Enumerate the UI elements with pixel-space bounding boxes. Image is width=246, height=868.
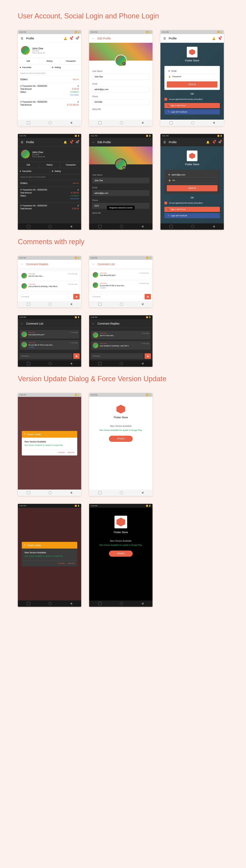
avatar[interactable] bbox=[21, 150, 30, 158]
policy-row[interactable]: Are you agreement this privacy and polic… bbox=[164, 98, 220, 101]
bell-icon[interactable]: 🔔 bbox=[63, 141, 67, 144]
bookmark-icon[interactable]: 🔖 bbox=[212, 141, 215, 144]
app-bar: ☰ Profile 🔔 🔖 🛍 bbox=[18, 34, 81, 43]
replies-link[interactable]: 2 replies bbox=[100, 287, 137, 289]
nav-back[interactable] bbox=[70, 122, 72, 124]
cancel-button[interactable]: CANCEL bbox=[58, 562, 65, 564]
username-field[interactable]: John Doe bbox=[92, 178, 149, 183]
app-bar: ☰ Profile 🔔🔖 bbox=[160, 34, 224, 43]
username-label: User Name bbox=[92, 70, 149, 72]
order-item-2[interactable]: ⟳ Transaction No : 202002253⎘ Total Amou… bbox=[18, 99, 81, 109]
comment-input[interactable]: Comment bbox=[91, 294, 144, 300]
comment-input[interactable]: Comment bbox=[91, 353, 144, 359]
username-field[interactable]: John Doe bbox=[92, 74, 149, 80]
force-update-button[interactable]: UPDATE bbox=[109, 551, 133, 557]
cancel-button[interactable]: CANCEL bbox=[58, 452, 65, 454]
back-icon[interactable]: ← bbox=[20, 322, 24, 326]
tab-edit[interactable]: Edit bbox=[18, 58, 39, 64]
orders-label: Orders bbox=[20, 78, 28, 81]
favourites-button[interactable]: ♥ Favourites bbox=[18, 168, 50, 174]
pencil-icon[interactable]: ✎ bbox=[122, 62, 126, 66]
nav-home[interactable] bbox=[49, 121, 52, 124]
avatar-edit[interactable]: ✎ bbox=[115, 158, 127, 170]
tab-transaction[interactable]: Transaction bbox=[60, 162, 81, 168]
user-id: 2472349 bbox=[32, 50, 45, 52]
view-all-link[interactable]: View All bbox=[73, 182, 79, 184]
cart-icon[interactable]: 🛍 bbox=[75, 37, 79, 40]
nav-recent[interactable] bbox=[27, 121, 30, 124]
avatar[interactable] bbox=[21, 46, 30, 55]
password-input[interactable]: 🔒 •••• bbox=[167, 178, 217, 183]
send-button[interactable]: ➤ bbox=[145, 353, 151, 359]
menu-icon[interactable]: ☰ bbox=[20, 37, 24, 40]
copy-icon[interactable]: ⎘ bbox=[78, 205, 79, 207]
policy-checkbox[interactable] bbox=[164, 202, 167, 205]
bookmark-icon[interactable]: 🔖 bbox=[69, 141, 73, 144]
status-bar: 5:02 PM📶 🔋 bbox=[18, 30, 81, 34]
send-button[interactable]: ➤ bbox=[73, 294, 80, 300]
signin-button[interactable]: SIGN IN bbox=[167, 185, 217, 191]
phone-label: Phone bbox=[92, 95, 149, 98]
menu-icon[interactable]: ☰ bbox=[20, 141, 24, 144]
back-icon[interactable]: ← bbox=[20, 262, 24, 266]
update-button[interactable]: UPDATE bbox=[67, 452, 74, 454]
bell-icon[interactable]: 🔔 bbox=[206, 141, 210, 144]
view-all-link[interactable]: View All bbox=[73, 79, 79, 81]
back-icon[interactable]: ← bbox=[92, 37, 95, 40]
bell-icon[interactable]: 🔔 bbox=[212, 37, 215, 40]
tab-edit[interactable]: Edit bbox=[18, 162, 39, 168]
bookmark-icon[interactable]: 🔖 bbox=[69, 37, 73, 40]
email-field[interactable]: admin@ps.com bbox=[92, 190, 149, 196]
menu-icon[interactable]: ☰ bbox=[163, 141, 166, 144]
bell-icon[interactable]: 🔔 bbox=[63, 37, 67, 40]
view-detail-link[interactable]: View Detail bbox=[70, 198, 79, 199]
send-button[interactable]: ➤ bbox=[145, 294, 151, 300]
comment-item: John Doehow about this pen?1 hour ago bbox=[20, 330, 79, 339]
back-icon[interactable]: ← bbox=[92, 262, 95, 266]
signin-button[interactable]: SIGN IN bbox=[167, 82, 217, 88]
replies-link[interactable]: 2 replies bbox=[29, 346, 68, 348]
force-update-button[interactable]: UPDATE bbox=[109, 436, 133, 442]
copy-icon[interactable]: ⎘ bbox=[78, 85, 79, 87]
phone-field[interactable]: 2472349 bbox=[92, 99, 149, 105]
phone-login-button[interactable]: 📞Sign in with Phone bbox=[164, 207, 220, 212]
edit-profile-light: 5:01 PM📶 🔋 ← Edit Profile ✎ User Name Jo… bbox=[89, 30, 153, 126]
settings-button[interactable]: ⚙ Setting bbox=[50, 168, 82, 174]
store-name: Flutter Store bbox=[114, 531, 128, 534]
order-item[interactable]: ⟳ Transaction No : 202002252⎘ Total Amou… bbox=[18, 203, 81, 213]
facebook-login-button[interactable]: fLogin with Facebook bbox=[164, 213, 220, 218]
order-item[interactable]: ⟳ Transaction No : 202002253⎘ Total Amou… bbox=[18, 187, 81, 203]
toast: Ringtones restored to normal bbox=[107, 206, 135, 210]
phone-login-button[interactable]: 📞Sign in with Phone bbox=[164, 103, 220, 108]
order-item-1[interactable]: ⟳ Transaction No : 202002252⎘ Total Amou… bbox=[18, 83, 81, 99]
copy-icon[interactable]: ⎘ bbox=[78, 101, 79, 103]
bookmark-icon[interactable]: 🔖 bbox=[218, 37, 221, 40]
comment-input[interactable]: Comment bbox=[20, 353, 72, 359]
pencil-icon[interactable]: ✎ bbox=[122, 166, 126, 169]
policy-checkbox[interactable] bbox=[164, 98, 167, 101]
email-input[interactable]: ✉ Email bbox=[167, 68, 217, 74]
tab-history[interactable]: History bbox=[39, 58, 60, 64]
back-icon[interactable]: ← bbox=[92, 141, 95, 144]
facebook-login-button[interactable]: fLogin with Facebook bbox=[164, 109, 220, 115]
favourites-button[interactable]: ♥ Favourites bbox=[18, 64, 50, 70]
send-button[interactable]: ➤ bbox=[73, 353, 80, 359]
email-input[interactable]: ✉ admin@ps.com bbox=[167, 172, 217, 178]
email-field[interactable]: admin@ps.com bbox=[92, 87, 149, 92]
update-button[interactable]: UPDATE bbox=[67, 562, 74, 564]
tab-history[interactable]: History bbox=[39, 162, 60, 168]
view-detail-link[interactable]: View Detail bbox=[70, 94, 79, 96]
tab-transaction[interactable]: Transaction bbox=[60, 58, 81, 64]
update-dialog: ⓘVersion Update New Version AvailableNew… bbox=[22, 431, 77, 456]
comment-input[interactable]: Comment bbox=[20, 294, 72, 300]
avatar-edit[interactable]: ✎ bbox=[115, 55, 127, 66]
cart-icon[interactable]: 🛍 bbox=[218, 141, 221, 144]
logo bbox=[187, 47, 197, 57]
copy-icon[interactable]: ⎘ bbox=[78, 189, 79, 191]
menu-icon[interactable]: ☰ bbox=[163, 37, 166, 40]
cart-icon[interactable]: 🛍 bbox=[75, 141, 79, 144]
back-icon[interactable]: ← bbox=[92, 322, 95, 326]
or-divider: OR bbox=[190, 93, 194, 95]
settings-button[interactable]: ⚙ Setting bbox=[50, 64, 82, 70]
password-input[interactable]: 🔒 Password bbox=[167, 74, 217, 80]
